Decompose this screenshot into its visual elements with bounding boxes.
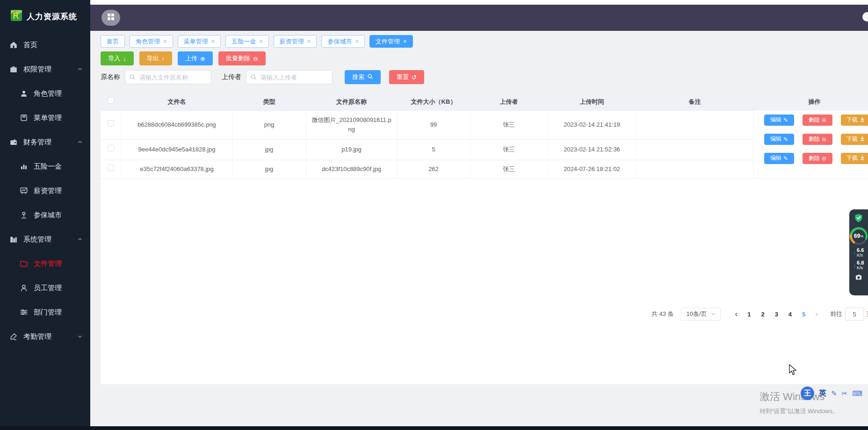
- export-button[interactable]: 导出↑: [139, 51, 173, 65]
- button-label: 删除: [809, 154, 820, 162]
- camera-icon[interactable]: [854, 273, 863, 283]
- page-number-5-current[interactable]: 5: [797, 311, 810, 318]
- sidebar-item-permissions[interactable]: 权限管理: [0, 57, 90, 81]
- close-icon[interactable]: ×: [163, 38, 167, 44]
- batch-delete-button[interactable]: 批量删除⊖: [218, 51, 266, 65]
- sidebar-item-departments[interactable]: 部门管理: [0, 300, 90, 324]
- up-speed-value: 6.6: [857, 247, 864, 253]
- pencil-icon[interactable]: ✎: [831, 389, 837, 398]
- edit-button[interactable]: 编辑✎: [764, 115, 794, 126]
- table-header-row: 文件名 类型 文件原名称 文件大小（KB） 上传者 上传时间 备注: [101, 93, 868, 110]
- row-actions: 编辑✎ 删除⊖ 下载: [754, 149, 868, 168]
- page-number-4[interactable]: 4: [783, 311, 797, 318]
- next-page-button[interactable]: ›: [810, 309, 823, 319]
- ime-badge[interactable]: 王: [801, 387, 814, 400]
- cell-time: 2024-07-26 18:21:02: [548, 160, 636, 179]
- button-label: 导出: [147, 54, 159, 63]
- tab-roles[interactable]: 角色管理×: [130, 35, 173, 48]
- table-row: e35c72f4f24060a63378.jpg jpg dc423f10c88…: [101, 160, 868, 179]
- search-button[interactable]: 搜索: [345, 70, 381, 84]
- uploader-search-input[interactable]: [246, 70, 333, 84]
- ime-toolbar: 王 英 ✎ ✂ ⌨: [801, 387, 862, 400]
- minus-circle-icon: ⊖: [822, 117, 826, 123]
- tab-menus[interactable]: 菜单管理×: [178, 35, 221, 48]
- upload-button[interactable]: 上传⊕: [178, 51, 213, 65]
- sidebar-item-menus[interactable]: 菜单管理: [0, 106, 90, 130]
- edit-button[interactable]: 编辑✎: [764, 134, 794, 145]
- search-icon: [367, 73, 373, 81]
- table-card: 文件名 类型 文件原名称 文件大小（KB） 上传者 上传时间 备注 b6288d…: [101, 93, 868, 384]
- plus-circle-icon: ⊕: [200, 55, 205, 62]
- close-icon[interactable]: ×: [259, 38, 263, 44]
- gauge-percent: 69: [854, 233, 860, 239]
- cell-size: 99: [397, 110, 470, 139]
- user-icon: [20, 89, 28, 98]
- cell-time: 2023-02-14 21:41:19: [548, 110, 636, 139]
- chevron-up-icon: [77, 236, 83, 244]
- edit-button[interactable]: 编辑✎: [764, 153, 794, 164]
- sidebar-item-insurance[interactable]: 五险一金: [0, 154, 90, 179]
- close-icon[interactable]: ×: [355, 38, 359, 44]
- delete-button[interactable]: 删除⊖: [803, 134, 832, 145]
- close-icon[interactable]: ×: [403, 38, 407, 44]
- row-checkbox[interactable]: [108, 120, 114, 127]
- sidebar-item-home[interactable]: 首页: [0, 33, 90, 57]
- uploader-search-box: [246, 70, 333, 84]
- pencil-icon: ✎: [783, 155, 788, 162]
- tab-home[interactable]: 首页: [101, 35, 125, 48]
- collapse-menu-button[interactable]: [101, 10, 120, 26]
- floating-speed-widget[interactable]: 69% ↑ 6.6K/s ↓ 6.8K/s: [849, 209, 868, 295]
- name-search-input[interactable]: [125, 70, 211, 84]
- page: { "app": { "title": "人力资源系统" }, "sidebar…: [0, 0, 868, 430]
- sidebar-item-attendance[interactable]: 考勤管理: [0, 324, 90, 349]
- delete-button[interactable]: 删除⊖: [803, 115, 832, 126]
- prev-page-button[interactable]: ‹: [730, 309, 742, 319]
- button-label: 下载: [846, 116, 858, 124]
- import-button[interactable]: 导入↓: [101, 51, 134, 65]
- logo-icon: [10, 9, 22, 23]
- avatar[interactable]: [862, 12, 868, 22]
- sidebar-item-city[interactable]: 参保城市: [0, 203, 90, 227]
- page-size-select[interactable]: 10条/页: [681, 308, 721, 321]
- pencil-icon: ✎: [783, 117, 788, 123]
- download-button[interactable]: 下载: [841, 134, 868, 145]
- tab-label: 文件管理: [376, 37, 400, 46]
- goto-page-input[interactable]: [845, 308, 864, 321]
- minus-circle-icon: ⊖: [822, 155, 826, 162]
- col-header-remark: 备注: [636, 93, 753, 110]
- close-icon[interactable]: ×: [211, 38, 215, 44]
- tab-salary[interactable]: 薪资管理×: [274, 35, 317, 48]
- sidebar-item-roles[interactable]: 角色管理: [0, 81, 90, 106]
- folder-icon: [20, 259, 28, 268]
- sidebar-item-salary[interactable]: 薪资管理: [0, 179, 90, 203]
- download-arrow-icon: ↓: [123, 55, 126, 62]
- tab-city[interactable]: 参保城市×: [321, 35, 365, 48]
- ime-language-toggle[interactable]: 英: [819, 388, 826, 398]
- tab-bar: 首页 角色管理× 菜单管理× 五险一金× 薪资管理× 参保城市× 文件管理×: [101, 35, 413, 48]
- down-speed-value: 6.8: [857, 260, 864, 265]
- button-label: 搜索: [352, 73, 364, 81]
- page-number-2[interactable]: 2: [756, 311, 769, 318]
- bar-chart-icon: [20, 162, 28, 171]
- tab-insurance[interactable]: 五险一金×: [225, 35, 269, 48]
- select-all-checkbox[interactable]: [108, 97, 114, 104]
- tab-label: 五险一金: [231, 37, 256, 46]
- tab-files[interactable]: 文件管理×: [369, 35, 413, 48]
- row-checkbox[interactable]: [108, 145, 114, 151]
- keyboard-icon[interactable]: ⌨: [852, 389, 862, 398]
- search-form: 原名称 上传者 搜索 重置 ↺: [101, 70, 424, 84]
- reset-button[interactable]: 重置 ↺: [389, 70, 424, 84]
- delete-button[interactable]: 删除⊖: [803, 153, 832, 164]
- page-number-1[interactable]: 1: [742, 311, 756, 318]
- cell-remark: [636, 110, 753, 139]
- sidebar-item-finance[interactable]: 财务管理: [0, 130, 90, 154]
- download-button[interactable]: 下载: [841, 115, 868, 126]
- scissors-icon[interactable]: ✂: [842, 389, 848, 398]
- sidebar-item-system[interactable]: 系统管理: [0, 227, 90, 251]
- row-checkbox[interactable]: [108, 165, 114, 171]
- download-button[interactable]: 下载: [841, 153, 868, 164]
- sidebar-item-employees[interactable]: 员工管理: [0, 276, 90, 300]
- close-icon[interactable]: ×: [307, 38, 311, 44]
- page-number-3[interactable]: 3: [770, 311, 783, 318]
- sidebar-item-files[interactable]: 文件管理: [0, 251, 90, 276]
